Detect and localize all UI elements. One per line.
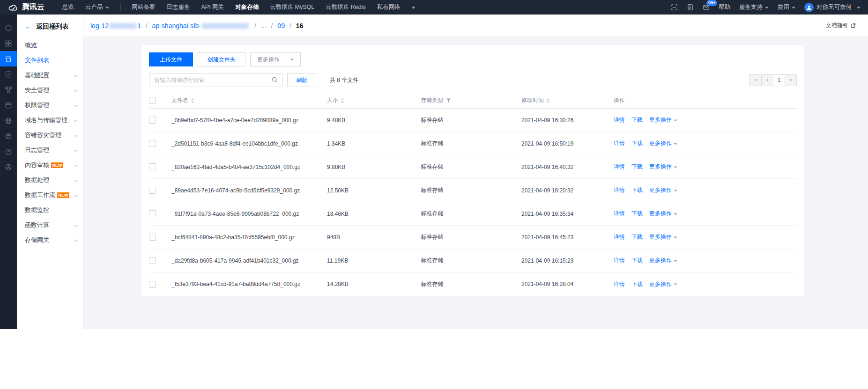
breadcrumb-segment[interactable]: 09: [277, 22, 285, 29]
sidebar-item[interactable]: 权限管理: [17, 98, 83, 113]
pinwheel-icon[interactable]: [0, 159, 17, 175]
sidebar-item[interactable]: 内容审核NEW: [17, 158, 83, 173]
topnav-products-menu[interactable]: 云产品: [85, 3, 109, 11]
file-name-link[interactable]: _91f7f91a-0a73-4aee-85e6-9905ab08b722_00…: [171, 211, 299, 217]
detail-link[interactable]: 详情: [614, 139, 625, 147]
download-link[interactable]: 下载: [631, 210, 643, 218]
sidebar-item[interactable]: 容错容灾管理: [17, 128, 83, 143]
file-name-link[interactable]: _0b9efbd7-57f0-4be4-a7ce-0ee7d209089a_00…: [171, 117, 299, 124]
select-all-checkbox[interactable]: [149, 97, 156, 104]
header-size[interactable]: 大小: [327, 96, 421, 104]
topnav-product[interactable]: 网站备案: [132, 3, 156, 11]
sidebar-item[interactable]: 域名与传输管理: [17, 113, 83, 128]
calendar-icon[interactable]: [0, 97, 17, 113]
sidebar-item[interactable]: 数据处理: [17, 173, 83, 188]
monitor-icon[interactable]: [0, 144, 17, 159]
file-name-link[interactable]: _bcf64841-890a-48c2-ba35-f7cf5595ebf0_00…: [171, 234, 295, 241]
tencent-cloud-logo[interactable]: 腾讯云: [7, 2, 45, 12]
detail-link[interactable]: 详情: [614, 280, 625, 288]
checklist-icon[interactable]: [0, 66, 17, 82]
file-name-link[interactable]: _da29fd8a-b605-417a-9945-adf41b401c32_00…: [171, 257, 299, 264]
search-icon[interactable]: [271, 76, 278, 83]
detail-link[interactable]: 详情: [614, 257, 625, 264]
sidebar-item[interactable]: 存储网关: [17, 233, 83, 248]
file-name-link[interactable]: _820ae162-4fad-4da5-b4b4-ae3715c102d4_00…: [171, 164, 300, 170]
topnav-product[interactable]: API 网关: [201, 3, 224, 11]
topnav-product[interactable]: 对象存储: [235, 3, 259, 11]
back-to-bucket-list[interactable]: ← 返回桶列表: [17, 15, 83, 38]
topnav-product[interactable]: 日志服务: [167, 3, 190, 11]
header-file-name[interactable]: 文件名: [171, 96, 327, 104]
row-checkbox[interactable]: [149, 210, 156, 217]
exchange-icon[interactable]: [0, 128, 17, 144]
row-checkbox[interactable]: [149, 257, 156, 264]
row-checkbox[interactable]: [149, 117, 156, 124]
filter-icon[interactable]: [446, 98, 451, 103]
download-link[interactable]: 下载: [631, 163, 643, 171]
row-checkbox[interactable]: [149, 234, 156, 241]
create-folder-button[interactable]: 创建文件夹: [198, 52, 245, 66]
sort-icon[interactable]: [191, 98, 194, 103]
download-link[interactable]: 下载: [631, 280, 643, 288]
topnav-product[interactable]: 云数据库 MySQL: [270, 3, 314, 11]
topnav-help[interactable]: 帮助: [719, 3, 730, 11]
next-page-button[interactable]: [785, 75, 796, 86]
first-page-button[interactable]: [749, 75, 761, 86]
refresh-button[interactable]: 刷新: [287, 73, 316, 87]
topnav-product[interactable]: 私有网络: [377, 3, 401, 11]
cos-storage-icon[interactable]: [0, 51, 17, 66]
sidebar-item[interactable]: 函数计算: [17, 218, 83, 233]
more-actions-dropdown[interactable]: 更多操作: [250, 52, 301, 66]
detail-link[interactable]: 详情: [614, 186, 625, 194]
header-modified-time[interactable]: 修改时间: [521, 96, 614, 104]
dashboard-icon[interactable]: [0, 36, 17, 51]
detail-link[interactable]: 详情: [614, 233, 625, 241]
cloud-product-icon[interactable]: [0, 20, 17, 36]
prev-page-button[interactable]: [761, 75, 773, 86]
sidebar-item[interactable]: 日志管理: [17, 143, 83, 158]
scan-icon[interactable]: [671, 4, 678, 11]
doc-guide-link[interactable]: 文档指引: [826, 22, 856, 29]
more-actions-link[interactable]: 更多操作: [649, 233, 677, 241]
detail-link[interactable]: 详情: [614, 116, 625, 124]
file-name-link[interactable]: _f53e3793-bea4-41cd-91a7-ba89dd4a7758_00…: [171, 281, 300, 287]
upload-file-button[interactable]: 上传文件: [149, 52, 193, 66]
breadcrumb-segment[interactable]: ap-shanghai-slb-: [152, 22, 250, 29]
globe-icon[interactable]: [0, 113, 17, 128]
topology-icon[interactable]: [0, 82, 17, 97]
breadcrumb-segment[interactable]: log-121: [90, 22, 141, 29]
row-checkbox[interactable]: [149, 163, 156, 170]
sidebar-item[interactable]: 基础配置: [17, 68, 83, 83]
download-link[interactable]: 下载: [631, 139, 643, 147]
sidebar-item[interactable]: 概览: [17, 38, 83, 53]
topnav-billing[interactable]: 费用: [778, 3, 795, 11]
sidebar-item[interactable]: 安全管理: [17, 83, 83, 98]
more-actions-link[interactable]: 更多操作: [649, 210, 677, 218]
more-actions-link[interactable]: 更多操作: [649, 257, 677, 264]
document-icon[interactable]: [687, 4, 694, 11]
download-link[interactable]: 下载: [631, 233, 643, 241]
message-icon[interactable]: 99+: [703, 4, 710, 11]
row-checkbox[interactable]: [149, 187, 156, 194]
more-actions-link[interactable]: 更多操作: [649, 186, 677, 194]
more-actions-link[interactable]: 更多操作: [649, 280, 677, 288]
topnav-product[interactable]: 云数据库 Redis: [326, 3, 365, 11]
sidebar-item[interactable]: 数据监控: [17, 203, 83, 218]
row-checkbox[interactable]: [149, 140, 156, 147]
topnav-support[interactable]: 服务支持: [739, 3, 769, 11]
topnav-add-product[interactable]: +: [412, 4, 415, 11]
more-actions-link[interactable]: 更多操作: [649, 116, 677, 124]
download-link[interactable]: 下载: [631, 257, 643, 264]
download-link[interactable]: 下载: [631, 116, 643, 124]
row-checkbox[interactable]: [149, 281, 156, 288]
sidebar-item[interactable]: 数据工作流NEW: [17, 188, 83, 203]
prefix-search-input[interactable]: [149, 73, 282, 87]
more-actions-link[interactable]: 更多操作: [649, 139, 677, 147]
account-menu[interactable]: 对你无可奈何: [804, 3, 861, 12]
header-storage-class[interactable]: 存储类型: [421, 96, 521, 104]
download-link[interactable]: 下载: [631, 186, 643, 194]
file-name-link[interactable]: _2d501151-b3c6-4aa8-8df4-ee104bbc1dfe_00…: [171, 140, 298, 147]
sidebar-item[interactable]: 文件列表: [17, 53, 83, 68]
detail-link[interactable]: 详情: [614, 163, 625, 171]
sort-icon[interactable]: [547, 98, 549, 103]
